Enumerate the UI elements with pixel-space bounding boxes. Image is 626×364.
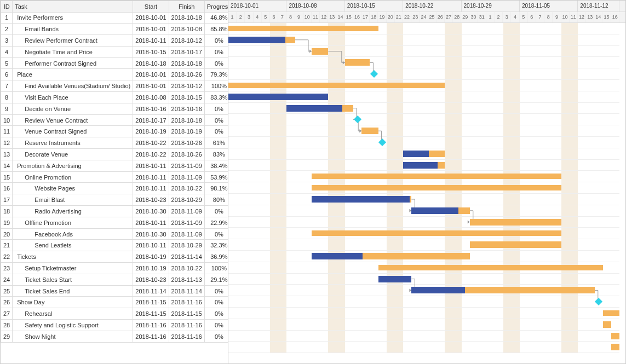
- task-id: 9: [1, 103, 13, 114]
- table-row[interactable]: 16 Website Pages 2018-10-11 2018-10-22 9…: [1, 183, 229, 194]
- task-name[interactable]: Setup Ticketmaster: [13, 263, 133, 274]
- table-row[interactable]: 18 Radio Advertising 2018-10-30 2018-11-…: [1, 206, 229, 217]
- task-progress: 36.9%: [204, 251, 228, 263]
- task-name[interactable]: Ticket Sales End: [13, 285, 133, 297]
- table-row[interactable]: 22 Tickets 2018-10-19 2018-11-14 36.9% 2: [1, 251, 229, 263]
- task-finish: 2018-10-29: [169, 194, 204, 206]
- task-name[interactable]: Performer Contract Signed: [13, 57, 133, 69]
- table-row[interactable]: 7 Find Available Venues(Stadium/ Studio)…: [1, 80, 229, 92]
- task-progress: 29.1%: [204, 274, 228, 285]
- task-name[interactable]: Review Venue Contract: [13, 114, 133, 126]
- task-name[interactable]: Review Performer Contract: [13, 35, 133, 47]
- table-row[interactable]: 29 Show Night 2018-11-16 2018-11-16 0% 1: [1, 331, 229, 342]
- task-finish: 2018-11-09: [169, 206, 204, 217]
- task-name[interactable]: Show Night: [13, 331, 133, 342]
- table-row[interactable]: 10 Review Venue Contract 2018-10-17 2018…: [1, 114, 229, 126]
- table-row[interactable]: 19 Offline Promotion 2018-10-11 2018-11-…: [1, 217, 229, 228]
- task-finish: 2018-11-14: [169, 251, 204, 263]
- gantt-bar[interactable]: [345, 59, 370, 66]
- gantt-bar[interactable]: [470, 219, 561, 226]
- table-row[interactable]: 4 Negotiate Time and Price 2018-10-15 20…: [1, 46, 229, 57]
- task-id: 21: [1, 240, 13, 251]
- task-name[interactable]: Invite Performers: [13, 12, 133, 24]
- table-row[interactable]: 8 Visit Each Place 2018-10-08 2018-10-15…: [1, 92, 229, 103]
- table-row[interactable]: 9 Decide on Venue 2018-10-16 2018-10-16 …: [1, 103, 229, 114]
- day-header: 15: [602, 12, 611, 23]
- task-start: 2018-10-11: [133, 35, 169, 47]
- task-name[interactable]: Email Bands: [13, 24, 133, 35]
- task-name[interactable]: Find Available Venues(Stadium/ Studio): [13, 80, 133, 92]
- gantt-bars-area[interactable]: [228, 23, 619, 353]
- col-id[interactable]: ID: [1, 1, 13, 13]
- gantt-bar[interactable]: [312, 174, 561, 179]
- day-header: 2: [495, 12, 503, 23]
- table-row[interactable]: 24 Ticket Sales Start 2018-10-23 2018-11…: [1, 274, 229, 285]
- task-name[interactable]: Place: [13, 69, 133, 80]
- col-progress[interactable]: Progress: [204, 1, 228, 13]
- table-row[interactable]: 5 Performer Contract Signed 2018-10-18 2…: [1, 57, 229, 69]
- gantt-bar[interactable]: [378, 265, 603, 270]
- table-row[interactable]: 23 Setup Ticketmaster 2018-10-19 2018-10…: [1, 263, 229, 274]
- gantt-bar[interactable]: [611, 333, 619, 339]
- task-name[interactable]: Online Promotion: [13, 171, 133, 183]
- task-name[interactable]: Reserve Instruments: [13, 137, 133, 149]
- task-name[interactable]: Decide on Venue: [13, 103, 133, 114]
- table-row[interactable]: 28 Safety and Logistic Support 2018-11-1…: [1, 320, 229, 331]
- task-name[interactable]: Show Day: [13, 297, 133, 308]
- table-row[interactable]: 26 Show Day 2018-11-15 2018-11-16 0% 1: [1, 297, 229, 308]
- gantt-bar[interactable]: [312, 230, 561, 236]
- day-header: 21: [395, 12, 403, 23]
- task-start: 2018-11-16: [133, 331, 169, 342]
- gantt-bar[interactable]: [470, 241, 561, 248]
- day-header: 9: [295, 12, 303, 23]
- table-row[interactable]: 25 Ticket Sales End 2018-11-14 2018-11-1…: [1, 285, 229, 297]
- task-name[interactable]: Venue Contract Signed: [13, 126, 133, 137]
- table-row[interactable]: 14 Promotion & Advertising 2018-10-11 20…: [1, 160, 229, 171]
- task-name[interactable]: Offline Promotion: [13, 217, 133, 228]
- table-row[interactable]: 17 Email Blast 2018-10-23 2018-10-29 80%…: [1, 194, 229, 206]
- task-name[interactable]: Send Leatlets: [13, 240, 133, 251]
- gantt-bar[interactable]: [312, 48, 328, 55]
- task-name[interactable]: Promotion & Advertising: [13, 160, 133, 171]
- col-finish[interactable]: Finish: [169, 1, 204, 13]
- task-name[interactable]: Radio Advertising: [13, 206, 133, 217]
- table-row[interactable]: 2 Email Bands 2018-10-01 2018-10-08 85.8…: [1, 24, 229, 35]
- task-name[interactable]: Ticket Sales Start: [13, 274, 133, 285]
- task-name[interactable]: Tickets: [13, 251, 133, 263]
- col-start[interactable]: Start: [133, 1, 169, 13]
- table-row[interactable]: 11 Venue Contract Signed 2018-10-19 2018…: [1, 126, 229, 137]
- gantt-bar[interactable]: [312, 185, 561, 190]
- day-header: 23: [411, 12, 420, 23]
- gantt-row: [228, 274, 619, 285]
- task-name[interactable]: Email Blast: [13, 194, 133, 206]
- task-name[interactable]: Facebook Ads: [13, 228, 133, 240]
- task-start: 2018-10-30: [133, 228, 169, 240]
- gantt-bar[interactable]: [603, 310, 619, 316]
- month-header: 2018-10-22: [403, 1, 461, 11]
- gantt-bar[interactable]: [228, 26, 378, 31]
- gantt-bar[interactable]: [361, 128, 378, 134]
- table-row[interactable]: 21 Send Leatlets 2018-10-11 2018-10-29 3…: [1, 240, 229, 251]
- task-name[interactable]: Negotiate Time and Price: [13, 46, 133, 57]
- table-row[interactable]: 3 Review Performer Contract 2018-10-11 2…: [1, 35, 229, 47]
- col-task[interactable]: Task: [13, 1, 133, 13]
- table-row[interactable]: 1 Invite Performers 2018-10-01 2018-10-1…: [1, 12, 229, 24]
- table-row[interactable]: 13 Decorate Venue 2018-10-22 2018-10-26 …: [1, 149, 229, 160]
- task-name[interactable]: Decorate Venue: [13, 149, 133, 160]
- timeline-panel[interactable]: 2018-10-012018-10-082018-10-152018-10-22…: [228, 1, 625, 363]
- task-finish: 2018-10-22: [169, 263, 204, 274]
- table-row[interactable]: 12 Reserve Instruments 2018-10-22 2018-1…: [1, 137, 229, 149]
- task-name[interactable]: Visit Each Place: [13, 92, 133, 103]
- table-row[interactable]: 15 Online Promotion 2018-10-11 2018-11-0…: [1, 171, 229, 183]
- task-progress: 83%: [204, 149, 228, 160]
- task-progress: 46.8%: [204, 12, 228, 24]
- gantt-bar[interactable]: [603, 321, 611, 328]
- task-name[interactable]: Safety and Logistic Support: [13, 320, 133, 331]
- task-name[interactable]: Rehearsal: [13, 308, 133, 320]
- table-row[interactable]: 27 Rehearsal 2018-11-15 2018-11-15 0% No…: [1, 308, 229, 320]
- gantt-bar[interactable]: [228, 83, 445, 88]
- task-name[interactable]: Website Pages: [13, 183, 133, 194]
- gantt-bar[interactable]: [611, 344, 619, 350]
- table-row[interactable]: 20 Facebook Ads 2018-10-30 2018-11-09 0%…: [1, 228, 229, 240]
- table-row[interactable]: 6 Place 2018-10-01 2018-10-26 79.3% 2: [1, 69, 229, 80]
